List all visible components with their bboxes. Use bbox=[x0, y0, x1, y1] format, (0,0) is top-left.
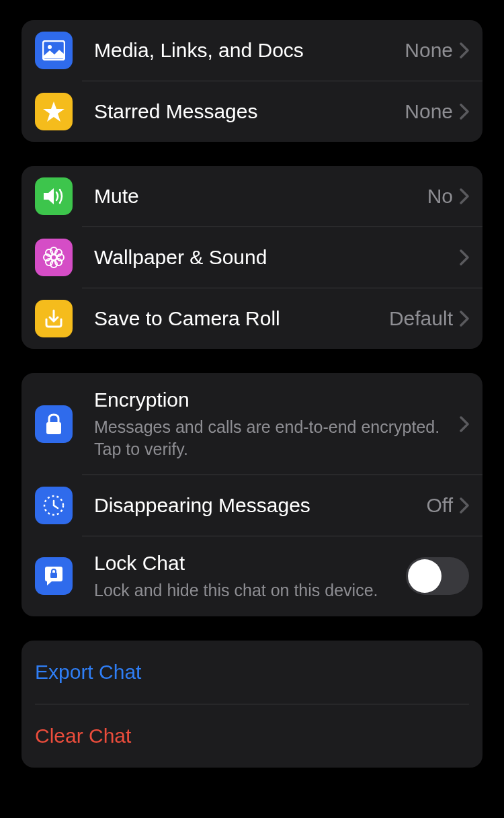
row-value: Off bbox=[427, 494, 453, 517]
lock-chat-toggle[interactable] bbox=[406, 557, 469, 595]
row-content: Starred Messages bbox=[94, 99, 405, 124]
row-label: Disappearing Messages bbox=[94, 493, 427, 518]
row-subtitle: Messages and calls are end-to-end encryp… bbox=[94, 416, 460, 460]
row-label: Starred Messages bbox=[94, 99, 405, 124]
row-subtitle: Lock and hide this chat on this device. bbox=[94, 579, 406, 602]
row-label: Media, Links, and Docs bbox=[94, 38, 405, 63]
download-icon bbox=[35, 300, 73, 337]
row-starred-messages[interactable]: Starred Messages None bbox=[22, 81, 482, 142]
row-content: Encryption Messages and calls are end-to… bbox=[94, 388, 460, 460]
photo-icon bbox=[35, 32, 73, 69]
chevron-right-icon bbox=[460, 42, 469, 58]
row-mute[interactable]: Mute No bbox=[22, 166, 482, 227]
svg-rect-11 bbox=[46, 422, 61, 434]
section-actions: Export Chat Clear Chat bbox=[22, 641, 482, 768]
flower-icon bbox=[35, 239, 73, 276]
chevron-right-icon bbox=[460, 497, 469, 514]
chat-lock-icon bbox=[35, 557, 73, 595]
row-content: Wallpaper & Sound bbox=[94, 245, 460, 270]
lock-icon bbox=[35, 405, 73, 443]
row-disappearing-messages[interactable]: Disappearing Messages Off bbox=[22, 475, 482, 536]
row-label: Mute bbox=[94, 184, 427, 208]
chevron-right-icon bbox=[460, 188, 469, 204]
chevron-right-icon bbox=[460, 249, 469, 265]
speaker-icon bbox=[35, 177, 73, 215]
row-value: None bbox=[405, 39, 453, 62]
section-media-starred: Media, Links, and Docs None Starred Mess… bbox=[22, 20, 482, 142]
row-value: None bbox=[405, 100, 453, 123]
chevron-right-icon bbox=[460, 104, 469, 120]
export-chat-button[interactable]: Export Chat bbox=[22, 641, 482, 704]
section-privacy: Encryption Messages and calls are end-to… bbox=[22, 373, 482, 616]
chevron-right-icon bbox=[460, 311, 469, 327]
row-value: Default bbox=[389, 307, 453, 330]
row-content: Lock Chat Lock and hide this chat on thi… bbox=[94, 551, 406, 602]
row-encryption[interactable]: Encryption Messages and calls are end-to… bbox=[22, 373, 482, 475]
row-save-camera-roll[interactable]: Save to Camera Roll Default bbox=[22, 288, 482, 349]
row-label: Save to Camera Roll bbox=[94, 306, 389, 331]
toggle-knob bbox=[408, 559, 442, 593]
row-label: Wallpaper & Sound bbox=[94, 245, 460, 270]
action-label: Export Chat bbox=[35, 661, 141, 684]
chevron-right-icon bbox=[460, 416, 469, 432]
row-value: No bbox=[427, 185, 453, 208]
status-bar bbox=[0, 0, 504, 8]
section-mute-wallpaper-save: Mute No Wallpaper & Sound bbox=[22, 166, 482, 349]
row-media-links-docs[interactable]: Media, Links, and Docs None bbox=[22, 20, 482, 81]
star-icon bbox=[35, 93, 73, 130]
clear-chat-button[interactable]: Clear Chat bbox=[22, 704, 482, 768]
row-lock-chat: Lock Chat Lock and hide this chat on thi… bbox=[22, 536, 482, 616]
row-content: Media, Links, and Docs bbox=[94, 38, 405, 63]
row-content: Save to Camera Roll bbox=[94, 306, 389, 331]
row-wallpaper-sound[interactable]: Wallpaper & Sound bbox=[22, 227, 482, 288]
row-content: Disappearing Messages bbox=[94, 493, 427, 518]
row-label: Lock Chat bbox=[94, 551, 406, 575]
row-content: Mute bbox=[94, 184, 427, 208]
row-label: Encryption bbox=[94, 388, 460, 412]
svg-point-1 bbox=[48, 45, 52, 49]
action-label: Clear Chat bbox=[35, 725, 131, 747]
svg-rect-13 bbox=[50, 573, 57, 578]
timer-icon bbox=[35, 487, 73, 524]
